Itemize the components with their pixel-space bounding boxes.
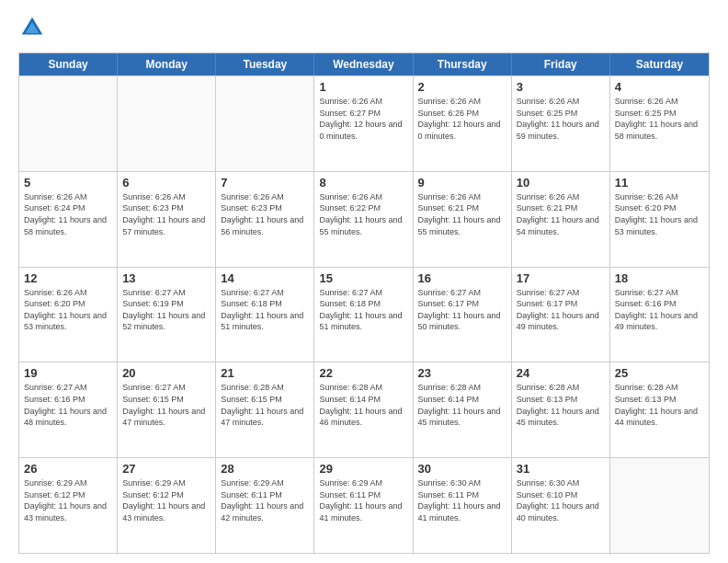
- day-number: 27: [122, 462, 210, 476]
- day-number: 4: [615, 80, 704, 94]
- calendar-cell: 8Sunrise: 6:26 AM Sunset: 6:22 PM Daylig…: [314, 172, 413, 267]
- cell-sun-info: Sunrise: 6:30 AM Sunset: 6:10 PM Dayligh…: [517, 477, 605, 523]
- calendar-cell: 15Sunrise: 6:27 AM Sunset: 6:18 PM Dayli…: [314, 268, 413, 362]
- calendar-cell: 14Sunrise: 6:27 AM Sunset: 6:18 PM Dayli…: [216, 268, 314, 362]
- calendar-cell: 5Sunrise: 6:26 AM Sunset: 6:24 PM Daylig…: [19, 172, 118, 267]
- cell-sun-info: Sunrise: 6:26 AM Sunset: 6:20 PM Dayligh…: [615, 191, 704, 237]
- calendar-cell: 26Sunrise: 6:29 AM Sunset: 6:12 PM Dayli…: [19, 458, 118, 553]
- calendar-cell: 30Sunrise: 6:30 AM Sunset: 6:11 PM Dayli…: [414, 458, 512, 553]
- cell-sun-info: Sunrise: 6:27 AM Sunset: 6:16 PM Dayligh…: [24, 382, 112, 428]
- day-number: 20: [122, 366, 210, 380]
- cell-sun-info: Sunrise: 6:27 AM Sunset: 6:19 PM Dayligh…: [122, 287, 210, 333]
- cell-sun-info: Sunrise: 6:26 AM Sunset: 6:21 PM Dayligh…: [517, 191, 605, 237]
- day-number: 2: [418, 80, 506, 94]
- calendar-cell: 9Sunrise: 6:26 AM Sunset: 6:21 PM Daylig…: [414, 172, 512, 267]
- calendar-cell: 4Sunrise: 6:26 AM Sunset: 6:25 PM Daylig…: [610, 76, 709, 171]
- day-number: 7: [221, 176, 309, 190]
- logo: [18, 14, 50, 41]
- calendar: SundayMondayTuesdayWednesdayThursdayFrid…: [18, 52, 710, 554]
- calendar-cell: [118, 76, 216, 171]
- day-number: 22: [319, 366, 407, 380]
- cell-sun-info: Sunrise: 6:29 AM Sunset: 6:12 PM Dayligh…: [122, 477, 210, 523]
- weekday-header: Thursday: [414, 53, 512, 75]
- logo-icon: [18, 14, 46, 41]
- day-number: 24: [517, 366, 605, 380]
- day-number: 30: [418, 462, 506, 476]
- calendar-cell: 28Sunrise: 6:29 AM Sunset: 6:11 PM Dayli…: [216, 458, 314, 553]
- day-number: 18: [615, 271, 704, 285]
- calendar-cell: 12Sunrise: 6:26 AM Sunset: 6:20 PM Dayli…: [19, 268, 118, 362]
- cell-sun-info: Sunrise: 6:27 AM Sunset: 6:18 PM Dayligh…: [319, 287, 407, 333]
- day-number: 9: [418, 176, 506, 190]
- cell-sun-info: Sunrise: 6:26 AM Sunset: 6:21 PM Dayligh…: [418, 191, 506, 237]
- cell-sun-info: Sunrise: 6:26 AM Sunset: 6:25 PM Dayligh…: [517, 96, 605, 142]
- cell-sun-info: Sunrise: 6:26 AM Sunset: 6:25 PM Dayligh…: [615, 96, 704, 142]
- day-number: 26: [24, 462, 112, 476]
- day-number: 17: [517, 271, 605, 285]
- calendar-row: 5Sunrise: 6:26 AM Sunset: 6:24 PM Daylig…: [19, 171, 709, 267]
- day-number: 12: [24, 271, 112, 285]
- day-number: 14: [221, 271, 309, 285]
- day-number: 31: [517, 462, 605, 476]
- day-number: 25: [615, 366, 704, 380]
- cell-sun-info: Sunrise: 6:26 AM Sunset: 6:20 PM Dayligh…: [24, 287, 112, 333]
- day-number: 29: [319, 462, 407, 476]
- calendar-cell: [610, 458, 709, 553]
- day-number: 10: [517, 176, 605, 190]
- calendar-cell: 13Sunrise: 6:27 AM Sunset: 6:19 PM Dayli…: [118, 268, 216, 362]
- calendar-cell: 2Sunrise: 6:26 AM Sunset: 6:26 PM Daylig…: [414, 76, 512, 171]
- cell-sun-info: Sunrise: 6:30 AM Sunset: 6:11 PM Dayligh…: [418, 477, 506, 523]
- calendar-cell: 23Sunrise: 6:28 AM Sunset: 6:14 PM Dayli…: [414, 362, 512, 457]
- calendar-cell: 1Sunrise: 6:26 AM Sunset: 6:27 PM Daylig…: [314, 76, 413, 171]
- cell-sun-info: Sunrise: 6:27 AM Sunset: 6:15 PM Dayligh…: [122, 382, 210, 428]
- day-number: 13: [122, 271, 210, 285]
- cell-sun-info: Sunrise: 6:29 AM Sunset: 6:12 PM Dayligh…: [24, 477, 112, 523]
- day-number: 5: [24, 176, 112, 190]
- cell-sun-info: Sunrise: 6:26 AM Sunset: 6:22 PM Dayligh…: [319, 191, 407, 237]
- day-number: 21: [221, 366, 309, 380]
- weekday-header: Tuesday: [216, 53, 314, 75]
- day-number: 16: [418, 271, 506, 285]
- cell-sun-info: Sunrise: 6:27 AM Sunset: 6:17 PM Dayligh…: [418, 287, 506, 333]
- cell-sun-info: Sunrise: 6:27 AM Sunset: 6:17 PM Dayligh…: [517, 287, 605, 333]
- calendar-body: 1Sunrise: 6:26 AM Sunset: 6:27 PM Daylig…: [19, 75, 709, 553]
- calendar-cell: 3Sunrise: 6:26 AM Sunset: 6:25 PM Daylig…: [512, 76, 610, 171]
- day-number: 19: [24, 366, 112, 380]
- calendar-cell: [19, 76, 118, 171]
- cell-sun-info: Sunrise: 6:26 AM Sunset: 6:23 PM Dayligh…: [221, 191, 309, 237]
- weekday-header: Monday: [118, 53, 216, 75]
- calendar-cell: 24Sunrise: 6:28 AM Sunset: 6:13 PM Dayli…: [512, 362, 610, 457]
- day-number: 23: [418, 366, 506, 380]
- day-number: 6: [122, 176, 210, 190]
- weekday-header: Sunday: [19, 53, 118, 75]
- cell-sun-info: Sunrise: 6:26 AM Sunset: 6:23 PM Dayligh…: [122, 191, 210, 237]
- calendar-cell: 22Sunrise: 6:28 AM Sunset: 6:14 PM Dayli…: [314, 362, 413, 457]
- cell-sun-info: Sunrise: 6:28 AM Sunset: 6:14 PM Dayligh…: [319, 382, 407, 428]
- calendar-cell: 7Sunrise: 6:26 AM Sunset: 6:23 PM Daylig…: [216, 172, 314, 267]
- weekday-header: Saturday: [610, 53, 709, 75]
- calendar-row: 1Sunrise: 6:26 AM Sunset: 6:27 PM Daylig…: [19, 75, 709, 171]
- cell-sun-info: Sunrise: 6:26 AM Sunset: 6:24 PM Dayligh…: [24, 191, 112, 237]
- calendar-cell: [216, 76, 314, 171]
- day-number: 8: [319, 176, 407, 190]
- calendar-row: 26Sunrise: 6:29 AM Sunset: 6:12 PM Dayli…: [19, 457, 709, 553]
- cell-sun-info: Sunrise: 6:26 AM Sunset: 6:26 PM Dayligh…: [418, 96, 506, 142]
- day-number: 11: [615, 176, 704, 190]
- cell-sun-info: Sunrise: 6:28 AM Sunset: 6:13 PM Dayligh…: [615, 382, 704, 428]
- calendar-cell: 6Sunrise: 6:26 AM Sunset: 6:23 PM Daylig…: [118, 172, 216, 267]
- cell-sun-info: Sunrise: 6:29 AM Sunset: 6:11 PM Dayligh…: [221, 477, 309, 523]
- day-number: 1: [319, 80, 407, 94]
- calendar-cell: 29Sunrise: 6:29 AM Sunset: 6:11 PM Dayli…: [314, 458, 413, 553]
- calendar-cell: 11Sunrise: 6:26 AM Sunset: 6:20 PM Dayli…: [610, 172, 709, 267]
- cell-sun-info: Sunrise: 6:28 AM Sunset: 6:14 PM Dayligh…: [418, 382, 506, 428]
- calendar-cell: 18Sunrise: 6:27 AM Sunset: 6:16 PM Dayli…: [610, 268, 709, 362]
- cell-sun-info: Sunrise: 6:29 AM Sunset: 6:11 PM Dayligh…: [319, 477, 407, 523]
- cell-sun-info: Sunrise: 6:28 AM Sunset: 6:13 PM Dayligh…: [517, 382, 605, 428]
- calendar-cell: 31Sunrise: 6:30 AM Sunset: 6:10 PM Dayli…: [512, 458, 610, 553]
- cell-sun-info: Sunrise: 6:27 AM Sunset: 6:16 PM Dayligh…: [615, 287, 704, 333]
- cell-sun-info: Sunrise: 6:28 AM Sunset: 6:15 PM Dayligh…: [221, 382, 309, 428]
- calendar-cell: 20Sunrise: 6:27 AM Sunset: 6:15 PM Dayli…: [118, 362, 216, 457]
- cell-sun-info: Sunrise: 6:27 AM Sunset: 6:18 PM Dayligh…: [221, 287, 309, 333]
- cell-sun-info: Sunrise: 6:26 AM Sunset: 6:27 PM Dayligh…: [319, 96, 407, 142]
- day-number: 28: [221, 462, 309, 476]
